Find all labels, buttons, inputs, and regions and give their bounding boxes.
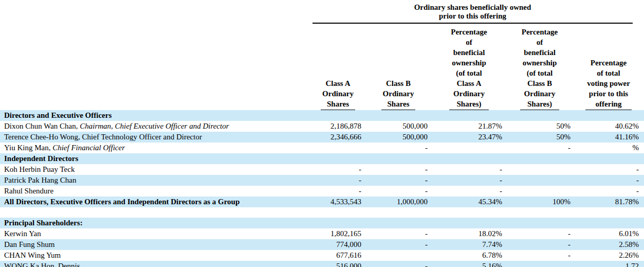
value-cell: [506, 175, 573, 186]
value-cell: [311, 218, 365, 228]
value-cell: [365, 207, 432, 218]
column-header-voting-power: Percentage of total voting power prior t…: [573, 24, 644, 110]
table-row: WONG Ka Hon, Dennis516,000-5.16%1.72: [0, 261, 644, 267]
table-row: Dan Fung Shum774,000-7.74%-2.58%: [0, 239, 644, 250]
table-row: Patrick Pak Hang Chan----: [0, 175, 644, 186]
value-cell: 23.47%: [432, 132, 506, 143]
value-cell: [311, 110, 365, 121]
value-cell: -: [432, 164, 506, 175]
row-label: Directors and Executive Officers: [0, 110, 311, 121]
row-label: Dixon Chun Wan Chan, Chairman, Chief Exe…: [0, 121, 311, 132]
value-cell: 677,616: [311, 250, 365, 261]
value-cell: -: [506, 143, 573, 153]
value-cell: -: [311, 164, 365, 175]
value-cell: -: [365, 164, 432, 175]
value-cell: 516,000: [311, 261, 365, 267]
value-cell: 2,186,878: [311, 121, 365, 132]
value-cell: 500,000: [365, 121, 432, 132]
row-label-text: Dan Fung Shum: [4, 240, 54, 248]
value-cell: 500,000: [365, 132, 432, 143]
row-label-title: Chairman, Chief Executive Officer and Di…: [80, 122, 229, 130]
row-label-text: Rahul Shendure: [4, 187, 53, 195]
value-cell: 2.26%: [573, 250, 644, 261]
value-cell: [432, 207, 506, 218]
value-cell: [506, 186, 573, 197]
value-cell: 1,802,165: [311, 228, 365, 239]
value-cell: [432, 110, 506, 121]
row-label-text: WONG Ka Hon, Dennis: [4, 262, 80, 267]
value-cell: -: [506, 239, 573, 250]
value-cell: -: [311, 186, 365, 197]
table-body: Directors and Executive OfficersDixon Ch…: [0, 110, 644, 267]
row-label-text: Directors and Executive Officers: [4, 111, 112, 119]
value-cell: [432, 218, 506, 228]
row-label: Kerwin Yan: [0, 228, 311, 239]
table-row: All Directors, Executive Officers and In…: [0, 197, 644, 207]
value-cell: -: [365, 143, 432, 153]
value-cell: 774,000: [311, 239, 365, 250]
row-label-text: Principal Shareholders:: [4, 219, 83, 227]
value-cell: 5.16%: [432, 261, 506, 267]
row-label-title: Chief Financial Officer: [52, 144, 125, 152]
value-cell: -: [573, 186, 644, 197]
value-cell: -: [573, 164, 644, 175]
table-row: CHAN Wing Yum677,6166.78%-2.26%: [0, 250, 644, 261]
value-cell: [506, 207, 573, 218]
value-cell: [432, 153, 506, 164]
row-label-text: Patrick Pak Hang Chan: [4, 176, 76, 184]
value-cell: 7.74%: [432, 239, 506, 250]
value-cell: [506, 153, 573, 164]
table-row: Directors and Executive Officers: [0, 110, 644, 121]
row-label-text: Koh Herbin Puay Teck: [4, 165, 75, 173]
value-cell: 2,346,666: [311, 132, 365, 143]
value-cell: [311, 143, 365, 153]
value-cell: 6.01%: [573, 228, 644, 239]
value-cell: [311, 207, 365, 218]
column-header-label: Percentage of total voting power prior t…: [585, 58, 632, 110]
value-cell: -: [365, 261, 432, 267]
value-cell: [506, 261, 573, 267]
value-cell: 100%: [506, 197, 573, 207]
column-header-label: Percentage of beneficial ownership (of t…: [520, 27, 560, 110]
row-label: Yiu King Man, Chief Financial Officer: [0, 143, 311, 153]
column-header-name-spacer: [0, 24, 311, 110]
value-cell: [365, 250, 432, 261]
value-cell: -: [365, 186, 432, 197]
row-label: Patrick Pak Hang Chan: [0, 175, 311, 186]
row-label-text: Independent Directors: [4, 154, 78, 163]
value-cell: -: [311, 175, 365, 186]
table-row: Kerwin Yan1,802,165-18.02%-6.01%: [0, 228, 644, 239]
group-header-rule: Ordinary shares beneficially owned prior…: [312, 0, 633, 24]
row-label: WONG Ka Hon, Dennis: [0, 261, 311, 267]
value-cell: -: [365, 175, 432, 186]
value-cell: -: [365, 228, 432, 239]
value-cell: [573, 110, 644, 121]
value-cell: 81.78%: [573, 197, 644, 207]
row-label-text: Dixon Chun Wan Chan,: [4, 122, 80, 130]
value-cell: [432, 143, 506, 153]
table-row: Independent Directors: [0, 153, 644, 164]
value-cell: [573, 207, 644, 218]
value-cell: 2.58%: [573, 239, 644, 250]
row-label-text: Terence Chee-Ho Wong, Chief Technology O…: [4, 133, 202, 141]
column-header-label: Class B Ordinary Shares: [381, 78, 416, 110]
value-cell: 4,533,543: [311, 197, 365, 207]
value-cell: -: [506, 228, 573, 239]
column-header-pct-class-a: Percentage of beneficial ownership (of t…: [432, 24, 506, 110]
value-cell: 21.87%: [432, 121, 506, 132]
group-header-row: Ordinary shares beneficially owned prior…: [0, 0, 644, 24]
value-cell: 45.34%: [432, 197, 506, 207]
table-row: Terence Chee-Ho Wong, Chief Technology O…: [0, 132, 644, 143]
value-cell: [365, 218, 432, 228]
row-label-text: Kerwin Yan: [4, 229, 41, 238]
group-header-spacer: [0, 0, 311, 24]
row-label: Terence Chee-Ho Wong, Chief Technology O…: [0, 132, 311, 143]
row-label: Koh Herbin Puay Teck: [0, 164, 311, 175]
beneficial-ownership-table: Ordinary shares beneficially owned prior…: [0, 0, 644, 267]
value-cell: -: [432, 175, 506, 186]
table-row: [0, 207, 644, 218]
table-row: Principal Shareholders:: [0, 218, 644, 228]
row-label-text: CHAN Wing Yum: [4, 251, 61, 259]
value-cell: [365, 110, 432, 121]
table-row: Dixon Chun Wan Chan, Chairman, Chief Exe…: [0, 121, 644, 132]
